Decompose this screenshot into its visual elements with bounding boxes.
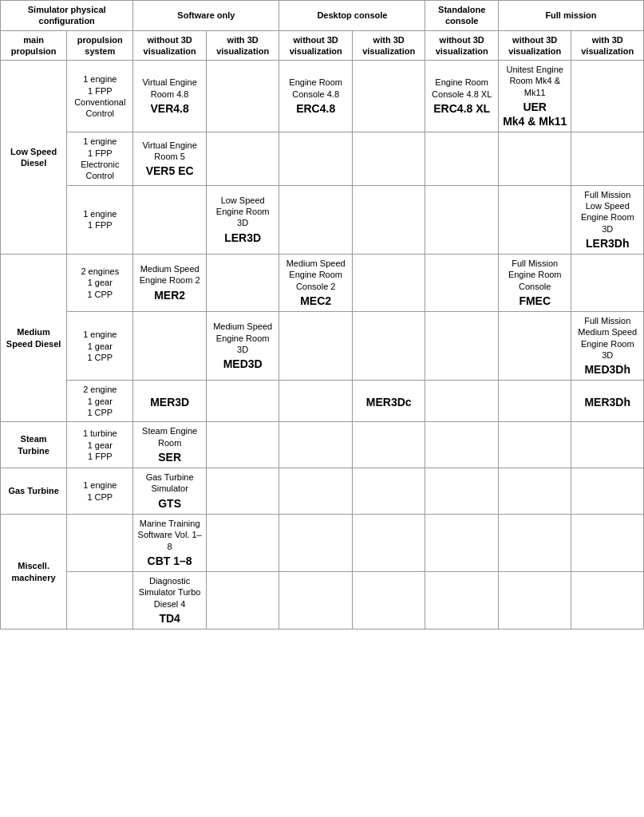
cell-empty-ms-fm-without3d-2 <box>498 312 571 381</box>
cell-empty-ms-sw-with3d-1 <box>206 255 279 312</box>
cell-empty-ms-dc-without3d-3 <box>279 381 353 422</box>
cell-ver48: Virtual Engine Room 4.8 VER4.8 <box>133 61 207 132</box>
cell-empty-fm-with3d-1 <box>571 61 644 132</box>
cell-empty-misc-fm-without3d-2 <box>498 572 571 630</box>
cell-empty-ms-sw-without3d-2 <box>133 312 207 381</box>
cell-empty-fm-with3d-2 <box>571 132 644 185</box>
cell-empty-gt-fm-without3d <box>498 468 571 515</box>
cell-ler3d-sw: Low Speed Engine Room 3D LER3D <box>206 185 279 254</box>
col-header-dc-without3d: without 3D visualization <box>279 30 353 61</box>
cell-erc48xl: Engine Room Console 4.8 XL ERC4.8 XL <box>425 61 499 132</box>
cell-empty-dc-with3d-2 <box>352 132 425 185</box>
propulsion-2engine-gear-cpp: 2 engine1 gear1 CPP <box>67 381 133 422</box>
section-low-speed-diesel: Low Speed Diesel <box>1 61 67 255</box>
propulsion-2engines-gear-cpp: 2 engines1 gear1 CPP <box>67 255 133 312</box>
col-header-fm-without3d: without 3D visualization <box>498 30 571 61</box>
cell-empty-sw-with3d-2 <box>206 132 279 185</box>
cell-ler3dh: Full Mission Low Speed Engine Room 3D LE… <box>571 185 644 254</box>
cell-empty-dc-without3d-2 <box>279 132 353 185</box>
cell-ser: Steam Engine Room SER <box>133 422 207 468</box>
cell-gts: Gas Turbine Simulator GTS <box>133 468 207 515</box>
cell-empty-ms-fm-without3d-3 <box>498 381 571 422</box>
cell-empty-misc-sw-with3d-1 <box>206 514 279 571</box>
cell-empty-ms-fm-with3d-1 <box>571 255 644 312</box>
cell-empty-misc-sc-1 <box>425 514 499 571</box>
propulsion-1engine-gear-cpp: 1 engine1 gear1 CPP <box>67 312 133 381</box>
header-simulator-physical: Simulator physical configuration <box>1 1 133 31</box>
section-steam-turbine: Steam Turbine <box>1 422 67 468</box>
cell-empty-misc-fm-without3d-1 <box>498 514 571 571</box>
header-software-only: Software only <box>133 1 279 31</box>
cell-ver5ec: Virtual Engine Room 5 VER5 EC <box>133 132 207 185</box>
cell-uer: Unitest Engine Room Mk4 & Mk11 UERMk4 & … <box>498 61 571 132</box>
cell-empty-ms-dc-with3d-1 <box>352 255 425 312</box>
propulsion-empty-misc-1 <box>67 514 133 571</box>
cell-td4: Diagnostic Simulator Turbo Diesel 4 TD4 <box>133 572 207 630</box>
col-header-sw-with3d: with 3D visualization <box>206 30 279 61</box>
propulsion-empty-misc-2 <box>67 572 133 630</box>
col-header-fm-with3d: with 3D visualization <box>571 30 644 61</box>
cell-empty-dc-with3d-3 <box>352 185 425 254</box>
cell-empty-sc-2 <box>425 132 499 185</box>
cell-mer3d: MER3D <box>133 381 207 422</box>
cell-empty-misc-sc-2 <box>425 572 499 630</box>
cell-empty-gt-fm-with3d <box>571 468 644 515</box>
cell-empty-ms-sc-1 <box>425 255 499 312</box>
col-header-main-propulsion: main propulsion <box>1 30 67 61</box>
cell-erc48: Engine Room Console 4.8 ERC4.8 <box>279 61 353 132</box>
propulsion-1engine-fpp-elec: 1 engine1 FPPElectronic Control <box>67 132 133 185</box>
cell-fmec: Full Mission Engine Room Console FMEC <box>498 255 571 312</box>
cell-mer3dh: MER3Dh <box>571 381 644 422</box>
propulsion-1engine-cpp: 1 engine1 CPP <box>67 468 133 515</box>
cell-empty-st-fm-with3d <box>571 422 644 468</box>
cell-mer3dc: MER3Dc <box>352 381 425 422</box>
cell-empty-ms-sw-with3d-3 <box>206 381 279 422</box>
col-header-sw-without3d: without 3D visualization <box>133 30 207 61</box>
cell-mec2: Medium Speed Engine Room Console 2 MEC2 <box>279 255 353 312</box>
section-gas-turbine: Gas Turbine <box>1 468 67 515</box>
col-header-propulsion-system: propulsion system <box>67 30 133 61</box>
cell-empty-sc-3 <box>425 185 499 254</box>
cell-empty-misc-sw-with3d-2 <box>206 572 279 630</box>
propulsion-1engine-fpp: 1 engine1 FPP <box>67 185 133 254</box>
cell-empty-misc-dc-without3d-1 <box>279 514 353 571</box>
cell-empty-fm-without3d-3 <box>498 185 571 254</box>
cell-empty-misc-fm-with3d-2 <box>571 572 644 630</box>
header-full-mission: Full mission <box>498 1 643 31</box>
cell-empty-dc-without3d-3 <box>279 185 353 254</box>
cell-med3d: Medium Speed Engine Room 3D MED3D <box>206 312 279 381</box>
cell-empty-misc-dc-with3d-1 <box>352 514 425 571</box>
cell-cbt: Marine Training Software Vol. 1–8 CBT 1–… <box>133 514 207 571</box>
cell-empty-misc-dc-with3d-2 <box>352 572 425 630</box>
cell-empty-gt-dc-with3d <box>352 468 425 515</box>
cell-empty-gt-sw-with3d <box>206 468 279 515</box>
cell-empty-misc-dc-without3d-2 <box>279 572 353 630</box>
cell-empty-st-dc-without3d <box>279 422 353 468</box>
cell-empty-ms-dc-with3d-2 <box>352 312 425 381</box>
cell-empty-misc-fm-with3d-1 <box>571 514 644 571</box>
header-desktop-console: Desktop console <box>279 1 425 31</box>
cell-empty-sw-with3d-1 <box>206 61 279 132</box>
cell-empty-ms-sc-3 <box>425 381 499 422</box>
cell-empty-sw-without3d-3 <box>133 185 207 254</box>
cell-empty-ms-sc-2 <box>425 312 499 381</box>
header-standalone-console: Standalone console <box>425 1 499 31</box>
cell-empty-dc-with3d-1 <box>352 61 425 132</box>
section-medium-speed-diesel: Medium Speed Diesel <box>1 255 67 422</box>
section-miscell-machinery: Miscell. machinery <box>1 514 67 629</box>
cell-empty-st-dc-with3d <box>352 422 425 468</box>
cell-empty-gt-sc <box>425 468 499 515</box>
cell-empty-st-sw-with3d <box>206 422 279 468</box>
col-header-dc-with3d: with 3D visualization <box>352 30 425 61</box>
cell-empty-ms-dc-without3d-2 <box>279 312 353 381</box>
cell-med3dh: Full Mission Medium Speed Engine Room 3D… <box>571 312 644 381</box>
propulsion-turbine-gear-fpp: 1 turbine1 gear1 FPP <box>67 422 133 468</box>
propulsion-1engine-fpp-conv: 1 engine1 FPPConventional Control <box>67 61 133 132</box>
main-table: Simulator physical configuration Softwar… <box>0 0 644 630</box>
col-header-sc-without3d: without 3D visualization <box>425 30 499 61</box>
cell-empty-st-sc <box>425 422 499 468</box>
cell-empty-fm-without3d-2 <box>498 132 571 185</box>
cell-empty-st-fm-without3d <box>498 422 571 468</box>
cell-empty-gt-dc-without3d <box>279 468 353 515</box>
cell-mer2: Medium Speed Engine Room 2 MER2 <box>133 255 207 312</box>
